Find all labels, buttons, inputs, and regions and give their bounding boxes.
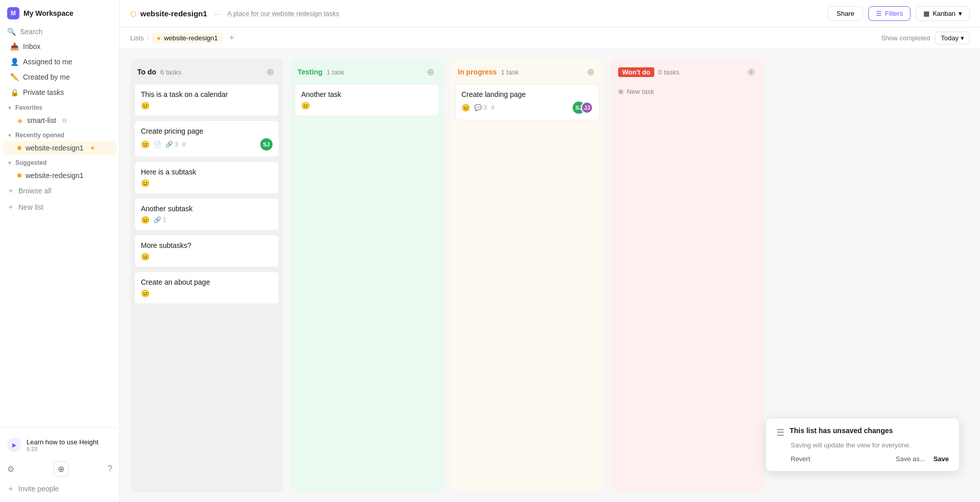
filters-button[interactable]: ☰ Filters: [868, 6, 911, 21]
card-title: Create landing page: [461, 90, 593, 98]
smart-list-icon: ◈: [17, 116, 23, 124]
card-emoji: 😐: [301, 102, 310, 110]
sidebar-item-inbox[interactable]: 📥 Inbox: [3, 39, 116, 54]
favorites-arrow: ▼: [7, 105, 12, 111]
card-meta: 😐: [141, 102, 273, 110]
card-subtask-count: 🔗 1: [154, 216, 166, 223]
revert-button[interactable]: Revert: [791, 455, 810, 463]
topbar-right: Share ☰ Filters ▦ Kanban ▾: [828, 6, 970, 21]
recently-opened-section[interactable]: ▼ Recently opened: [0, 128, 119, 141]
topbar: ⬡ website-redesign1 ··· A place for our …: [120, 0, 980, 28]
play-button[interactable]: ▶: [7, 438, 21, 452]
browse-all-label: Browse all: [18, 187, 52, 195]
learn-section[interactable]: ▶ Learn how to use Height 6:23: [0, 433, 119, 457]
share-button[interactable]: Share: [828, 6, 863, 21]
column-testing-count: 1 task: [327, 68, 345, 76]
toast-title: This list has unsaved changes: [790, 426, 893, 435]
save-as-button[interactable]: Save as...: [896, 455, 925, 463]
card-subtask1[interactable]: Here is a subtask 😐: [134, 161, 279, 194]
card-more-subtasks[interactable]: More subtasks? 😐: [134, 235, 279, 267]
kanban-chevron: ▾: [959, 10, 962, 17]
card-pricing-page[interactable]: Create pricing page 😐 📄 🔗 3 # SJ: [134, 120, 279, 157]
column-wont-do-add-button[interactable]: ⊕: [745, 65, 757, 79]
today-button[interactable]: Today ▾: [935, 32, 970, 44]
card-meta: 😐: [141, 179, 273, 187]
inbox-label: Inbox: [23, 42, 40, 51]
sidebar-item-private[interactable]: 🔒 Private tasks: [3, 85, 116, 100]
search-label: Search: [20, 28, 42, 36]
column-in-progress-count: 1 task: [501, 68, 519, 76]
workspace-icon: M: [7, 7, 19, 19]
search-bar[interactable]: 🔍 Search: [0, 24, 119, 39]
project-name: website-redesign1: [140, 9, 207, 18]
card-landing-page[interactable]: Create landing page 😐 💬 3 # SJ JJ: [455, 84, 600, 120]
card-title: Here is a subtask: [141, 168, 273, 176]
column-todo-title: To do: [137, 68, 156, 76]
website-redesign-label-recent: website-redesign1: [26, 144, 84, 152]
card-emoji: 😐: [141, 140, 150, 148]
kanban-label: Kanban: [933, 10, 955, 17]
column-todo-count: 6 tasks: [160, 68, 181, 76]
workspace-header[interactable]: M My Workspace: [0, 0, 119, 24]
favorites-section[interactable]: ▼ Favorites: [0, 100, 119, 113]
sidebar-item-website-redesign-suggested[interactable]: website-redesign1: [3, 168, 116, 183]
smart-list-label: smart-list: [27, 116, 56, 124]
card-emoji: 😐: [141, 102, 150, 110]
card-emoji: 😐: [141, 179, 150, 187]
card-meta: 😐 📄 🔗 3 # SJ: [141, 138, 273, 150]
card-title: Another subtask: [141, 205, 273, 213]
sidebar-item-created[interactable]: ✏️ Created by me: [3, 69, 116, 85]
card-comments: 💬 3: [474, 104, 487, 111]
browse-all-action[interactable]: ＋ Browse all: [0, 183, 119, 199]
website-redesign-label-suggested: website-redesign1: [26, 171, 84, 180]
more-button[interactable]: ···: [211, 9, 224, 19]
column-in-progress-add-button[interactable]: ⊕: [585, 65, 597, 79]
toast-actions: Revert Save as... Save: [791, 455, 949, 463]
browse-all-icon: ＋: [7, 186, 14, 195]
sidebar-item-smart-list[interactable]: ◈ smart-list ⊟: [3, 113, 116, 128]
card-another-task[interactable]: Another task 😐: [295, 84, 439, 116]
sidebar-item-website-redesign-recent[interactable]: website-redesign1 ★: [3, 141, 116, 155]
save-button[interactable]: Save: [934, 455, 949, 463]
column-todo-add-button[interactable]: ⊕: [264, 65, 276, 79]
help-icon[interactable]: ?: [108, 464, 112, 473]
new-task-row[interactable]: ⊕ New task: [611, 84, 764, 102]
card-title: Create pricing page: [141, 127, 273, 135]
card-hash: #: [182, 141, 186, 148]
today-label: Today: [941, 34, 959, 42]
column-wont-do-header: Won't do 0 tasks ⊕: [611, 59, 764, 84]
add-view-button[interactable]: +: [226, 32, 238, 44]
sidebar-item-assigned[interactable]: 👤 Assigned to me: [3, 54, 116, 69]
learn-title: Learn how to use Height: [27, 438, 99, 446]
avatar-sj: SJ: [260, 138, 273, 150]
column-testing-header: Testing 1 task ⊕: [290, 59, 444, 84]
avatar-jj: JJ: [581, 102, 593, 114]
breadcrumb-lists[interactable]: Lists: [130, 34, 144, 42]
new-list-action[interactable]: ＋ New list: [0, 199, 119, 215]
card-title: This is a task on a calendar: [141, 90, 273, 98]
card-meta: 😐 💬 3 # SJ JJ: [461, 102, 593, 114]
card-avatars: SJ JJ: [573, 102, 593, 114]
card-doc-icon: 📄: [154, 141, 161, 148]
new-item-button[interactable]: ⊕: [54, 461, 69, 476]
card-about-page[interactable]: Create an about page 😐: [134, 271, 279, 304]
project-desc: A place for our website redesign tasks: [228, 10, 339, 17]
suggested-label: Suggested: [15, 159, 46, 166]
column-testing-title-area: Testing 1 task: [298, 68, 344, 76]
card-title: Create an about page: [141, 278, 273, 286]
card-calendar-task[interactable]: This is a task on a calendar 😐: [134, 84, 279, 116]
toast-desc: Saving will update the view for everyone…: [791, 441, 949, 449]
invite-people-action[interactable]: ＋ Invite people: [0, 481, 119, 497]
suggested-arrow: ▼: [7, 160, 12, 166]
sidebar: M My Workspace 🔍 Search 📥 Inbox 👤 Assign…: [0, 0, 120, 502]
breadcrumb: Lists / ● website-redesign1 +: [130, 32, 237, 44]
sidebar-bottom: ▶ Learn how to use Height 6:23 ⚙ ⊕ ? ＋ I…: [0, 427, 119, 502]
column-todo: To do 6 tasks ⊕ This is a task on a cale…: [130, 59, 283, 492]
settings-icon[interactable]: ⚙: [7, 464, 14, 474]
kanban-button[interactable]: ▦ Kanban ▾: [916, 6, 970, 21]
show-completed-toggle[interactable]: Show completed: [881, 34, 930, 42]
card-subtask2[interactable]: Another subtask 😐 🔗 1: [134, 198, 279, 231]
column-testing-add-button[interactable]: ⊕: [425, 65, 436, 79]
card-emoji: 😐: [141, 216, 150, 224]
suggested-section[interactable]: ▼ Suggested: [0, 155, 119, 168]
